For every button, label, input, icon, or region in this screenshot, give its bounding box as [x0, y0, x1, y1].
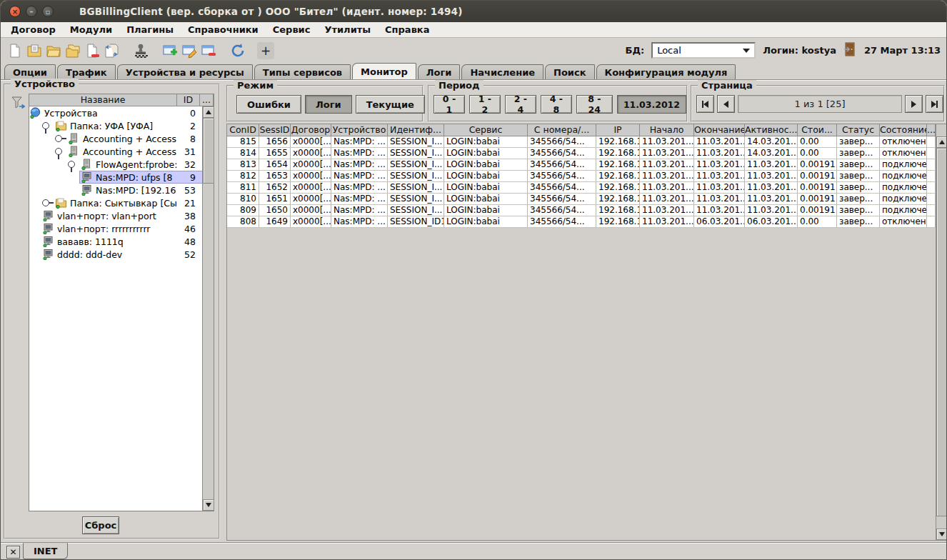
tree-node[interactable]: Устройства0: [29, 106, 203, 119]
minimize-window-button[interactable]: –: [26, 6, 37, 17]
edit-window-icon[interactable]: [179, 41, 199, 60]
maximize-window-button[interactable]: ▫: [42, 6, 54, 17]
scroll-down-icon[interactable]: [203, 499, 214, 511]
tab-active[interactable]: Монитор: [352, 63, 416, 79]
table-column-header[interactable]: ConID: [227, 124, 259, 136]
tree-column-header[interactable]: ID: [177, 94, 200, 106]
tree-node[interactable]: вававв: 1111q48: [29, 235, 203, 248]
tree-node[interactable]: Accounting + Access ce8: [29, 132, 203, 145]
add-tab-button[interactable]: +: [257, 42, 274, 59]
tab-item[interactable]: Трафик: [57, 64, 116, 79]
tree-node[interactable]: dddd: ddd-dev52: [29, 248, 203, 261]
tab-item[interactable]: Устройства и ресурсы: [117, 64, 253, 79]
scroll-up-icon[interactable]: [203, 106, 214, 118]
menu-item[interactable]: Плагины: [119, 23, 181, 36]
remove-document-icon[interactable]: [82, 41, 101, 60]
scrollbar-thumb[interactable]: [203, 118, 214, 184]
table-row[interactable]: 8111652x0000[...Nas:MPD: ...SESSION_I...…: [227, 182, 936, 194]
expand-handle-icon[interactable]: [55, 135, 62, 142]
tab-item[interactable]: Конфигурация модуля: [596, 64, 736, 79]
tab-item[interactable]: Опции: [4, 64, 56, 79]
scrollbar-thumb[interactable]: [936, 148, 947, 516]
table-column-header[interactable]: Окончание: [694, 124, 745, 136]
mode-button[interactable]: Ошибки: [236, 95, 301, 114]
remove-window-icon[interactable]: [199, 41, 218, 60]
table-column-header[interactable]: С номера/...: [528, 124, 596, 136]
table-row[interactable]: 8131654x0000[...Nas:MPD: ...SESSION_I...…: [227, 159, 936, 171]
device-tree-scrollbar[interactable]: [202, 106, 214, 511]
table-column-header[interactable]: Активнос...: [745, 124, 798, 136]
period-button[interactable]: 11.03.2012: [617, 95, 686, 114]
tab-item[interactable]: Начисление: [461, 64, 543, 79]
table-column-header[interactable]: SessID: [259, 124, 291, 136]
period-button[interactable]: 1 - 2: [469, 95, 501, 114]
tree-node[interactable]: FlowAgent:fprobe: [132: [29, 158, 203, 171]
table-column-header[interactable]: Идентиф...: [388, 124, 444, 136]
tree-node[interactable]: Nas:MPD: [192.1653: [29, 184, 203, 196]
filter-funnel-icon[interactable]: [11, 95, 26, 111]
logout-door-icon[interactable]: [843, 42, 857, 59]
prev-page-button[interactable]: [717, 95, 735, 113]
tree-node[interactable]: Accounting + Access ce31: [29, 145, 203, 158]
menu-item[interactable]: Утилиты: [317, 23, 378, 36]
table-row[interactable]: 8091650x0000[...Nas:MPD: ...SESSION_I...…: [227, 205, 936, 216]
table-row[interactable]: 8141655x0000[...Nas:MPD: ...SESSION_I...…: [227, 148, 936, 159]
folders-icon[interactable]: [63, 41, 82, 60]
mode-button[interactable]: Логи: [305, 95, 352, 114]
copy-document-icon[interactable]: [101, 41, 121, 60]
bottom-tab-active[interactable]: INET: [23, 543, 68, 559]
scroll-down-icon[interactable]: [936, 529, 947, 540]
table-column-header[interactable]: Начало: [640, 124, 694, 136]
tree-column-header[interactable]: ...: [200, 94, 214, 106]
tree-node[interactable]: Папка: УФА [УФА]2: [29, 119, 203, 132]
table-column-header[interactable]: Состояние: [880, 124, 927, 136]
period-button[interactable]: 2 - 4: [505, 95, 536, 114]
menu-item[interactable]: Справочники: [181, 23, 266, 36]
stamp-icon[interactable]: [131, 41, 150, 60]
table-column-header[interactable]: Стои...: [798, 124, 837, 136]
close-window-button[interactable]: ×: [9, 6, 21, 17]
menu-item[interactable]: Справка: [378, 23, 436, 36]
table-column-header[interactable]: ...: [927, 124, 936, 136]
new-document-icon[interactable]: [5, 41, 24, 60]
expand-handle-icon[interactable]: [42, 199, 49, 206]
tree-column-header[interactable]: Название: [29, 94, 177, 106]
period-button[interactable]: 0 - 1: [434, 95, 465, 114]
table-column-header[interactable]: Устройство: [331, 124, 388, 136]
tab-item[interactable]: Поиск: [545, 64, 594, 79]
db-select[interactable]: Local: [651, 42, 756, 59]
period-button[interactable]: 8 - 24: [576, 95, 613, 114]
refresh-icon[interactable]: [228, 41, 247, 60]
tree-node[interactable]: vlan+порт: rrrrrrrrrrr46: [29, 222, 203, 235]
tree-node[interactable]: vlan+порт: vlan+port38: [29, 209, 203, 222]
collapse-handle-icon[interactable]: [55, 148, 62, 155]
add-window-icon[interactable]: [160, 41, 179, 60]
table-row[interactable]: 8151656x0000[...Nas:MPD: ...SESSION_I...…: [227, 136, 936, 148]
last-page-button[interactable]: [926, 95, 943, 113]
first-page-button[interactable]: [696, 95, 714, 113]
menu-item[interactable]: Сервис: [266, 23, 318, 36]
open-folder-icon[interactable]: [44, 41, 63, 60]
collapse-handle-icon[interactable]: [68, 161, 75, 168]
tree-node[interactable]: Папка: Сыктывкар [Сыкть21: [29, 196, 203, 209]
tab-item[interactable]: Типы сервисов: [254, 64, 351, 79]
collapse-handle-icon[interactable]: [42, 122, 49, 129]
table-column-header[interactable]: IP: [596, 124, 640, 136]
table-row[interactable]: 8121653x0000[...Nas:MPD: ...SESSION_I...…: [227, 171, 936, 182]
table-row[interactable]: 8081649x0000[...Nas:MPD: ...SESSION_ID1L…: [227, 216, 936, 228]
reset-button[interactable]: Сброс: [82, 516, 119, 534]
table-column-header[interactable]: Сервис: [444, 124, 528, 136]
session-table-scrollbar[interactable]: [936, 124, 947, 540]
tree-node[interactable]: Nas:MPD: ufps [89: [29, 171, 203, 184]
menu-item[interactable]: Модули: [63, 23, 119, 36]
menu-item[interactable]: Договор: [4, 23, 63, 36]
mode-button[interactable]: Текущие: [356, 95, 425, 114]
table-column-header[interactable]: Договор: [291, 124, 331, 136]
table-column-header[interactable]: Статус: [837, 124, 880, 136]
open-document-icon[interactable]: [24, 41, 44, 60]
next-page-button[interactable]: [905, 95, 923, 113]
tab-item[interactable]: Логи: [418, 64, 461, 79]
close-module-tab-button[interactable]: ✕: [6, 546, 20, 559]
table-row[interactable]: 8101651x0000[...Nas:MPD: ...SESSION_I...…: [227, 194, 936, 205]
scroll-up-icon[interactable]: [936, 136, 947, 148]
